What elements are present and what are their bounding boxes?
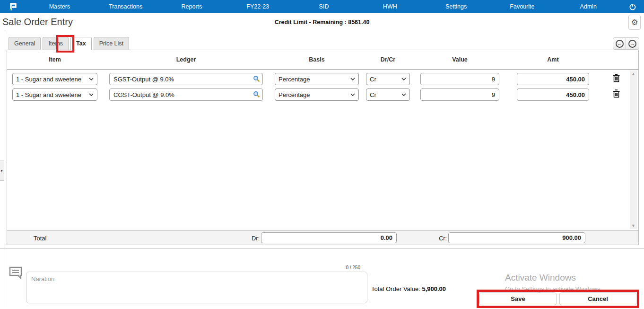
app-logo[interactable] [0,0,26,13]
chevron-down-icon [350,93,355,96]
previous-record-button[interactable]: ← [613,37,626,50]
col-header-value: Value [420,56,499,63]
tax-table-header: Item Ledger Basis Dr/Cr Value Amt [7,50,638,70]
tax-table-panel: Item Ledger Basis Dr/Cr Value Amt 1 - Su… [7,50,639,245]
nav-item-favourite[interactable]: Favourite [489,0,555,13]
col-header-basis: Basis [275,56,359,63]
cr-total-input[interactable] [448,232,585,243]
item-select[interactable]: 1 - Sugar and sweetene [12,73,97,85]
table-scrollbar[interactable]: ▲ ▼ [630,71,637,229]
drcr-select-value: Cr [370,76,401,83]
nav-item-sid[interactable]: SID [291,0,357,13]
total-label: Total [34,235,46,242]
nav-item-transactions[interactable]: Transactions [93,0,159,13]
trash-icon [613,74,620,82]
dr-total-input[interactable] [261,232,397,243]
drcr-select[interactable]: Cr [366,88,410,101]
chevron-down-icon [401,93,406,96]
tax-table-body: 1 - Sugar and sweetene Percentage [7,70,638,230]
tab-items[interactable]: Items [43,37,69,50]
footer-section: 0 / 250 Total Order Value: 5,900.00 Acti… [0,248,644,309]
char-counter: 0 / 250 [326,265,360,270]
cr-total-label: Cr: [434,235,447,242]
col-header-item: Item [12,56,97,63]
logout-power-button[interactable] [621,3,644,10]
drcr-select-value: Cr [370,91,401,98]
narration-textarea[interactable] [26,272,367,303]
tab-tax[interactable]: Tax [70,37,92,50]
amount-input[interactable] [517,73,589,85]
total-order-value-label: Total Order Value: [371,285,420,292]
arrow-left-icon: ← [616,40,624,48]
tax-row: 1 - Sugar and sweetene Percentage [7,73,638,85]
next-record-button[interactable]: → [626,37,639,50]
settings-gear-button[interactable]: ⚙ [628,15,641,30]
power-icon [629,3,636,10]
narration-comment-icon [9,265,23,282]
delete-row-button[interactable] [613,74,622,86]
credit-limit-text: Credit Limit - Remaining : 8561.40 [275,19,370,26]
tab-bar: General Items Tax Price List [9,37,129,50]
tab-price-list[interactable]: Price List [94,37,129,50]
nav-item-fy22-23[interactable]: FY22-23 [225,0,291,13]
total-order-value-amount: 5,900.00 [422,285,446,292]
item-select[interactable]: 1 - Sugar and sweetene [12,88,97,101]
chevron-down-icon [89,93,94,96]
search-icon[interactable] [253,75,260,82]
delete-row-button[interactable] [613,89,622,102]
nav-item-masters[interactable]: Masters [26,0,93,13]
basis-select-value: Percentage [278,91,350,98]
page-header: Sale Order Entry Credit Limit - Remainin… [0,13,644,32]
col-header-amt: Amt [517,56,589,63]
activate-windows-watermark: Activate Windows [505,273,576,283]
amount-input[interactable] [517,88,589,101]
value-input[interactable] [420,73,499,85]
nav-item-reports[interactable]: Reports [159,0,225,13]
nav-item-admin[interactable]: Admin [555,0,621,13]
page-title: Sale Order Entry [2,17,73,27]
nav-item-settings[interactable]: Settings [423,0,489,13]
tax-total-row: Total Dr: Cr: [7,230,638,245]
item-select-value: 1 - Sugar and sweetene [16,76,89,83]
ledger-input[interactable] [109,73,263,85]
arrow-right-icon: → [628,40,636,48]
logo-icon [8,1,19,12]
nav-item-hwh[interactable]: HWH [357,0,423,13]
col-header-ledger: Ledger [109,56,263,63]
search-icon[interactable] [253,91,260,98]
trash-icon [613,89,620,98]
chevron-down-icon [350,78,355,80]
dr-total-label: Dr: [245,235,260,242]
gear-icon: ⚙ [631,18,638,27]
basis-select[interactable]: Percentage [275,73,359,85]
col-header-drcr: Dr/Cr [366,56,410,63]
ledger-input[interactable] [109,88,263,101]
tax-row: 1 - Sugar and sweetene Percentage [7,88,638,101]
tab-general[interactable]: General [9,37,41,50]
scroll-up-icon[interactable]: ▲ [631,71,635,76]
chevron-down-icon [89,78,94,80]
drcr-select[interactable]: Cr [366,73,410,85]
sidebar-toggle[interactable]: ▸ [0,160,4,181]
basis-select[interactable]: Percentage [275,88,359,101]
nav-menu: Masters Transactions Reports FY22-23 SID… [26,0,621,13]
total-order-value: Total Order Value: 5,900.00 [371,285,446,292]
value-input[interactable] [420,88,499,101]
cancel-button[interactable]: Cancel [559,292,636,305]
panel-toggle-icon: ▸ [1,168,3,173]
save-button[interactable]: Save [479,292,557,305]
scroll-down-icon[interactable]: ▼ [631,223,635,228]
record-nav-buttons: ← → [613,37,639,50]
top-navbar: Masters Transactions Reports FY22-23 SID… [0,0,644,13]
basis-select-value: Percentage [278,76,350,83]
item-select-value: 1 - Sugar and sweetene [16,91,89,98]
annotation-box-save-cancel: Save Cancel [477,290,639,308]
chevron-down-icon [401,78,406,80]
